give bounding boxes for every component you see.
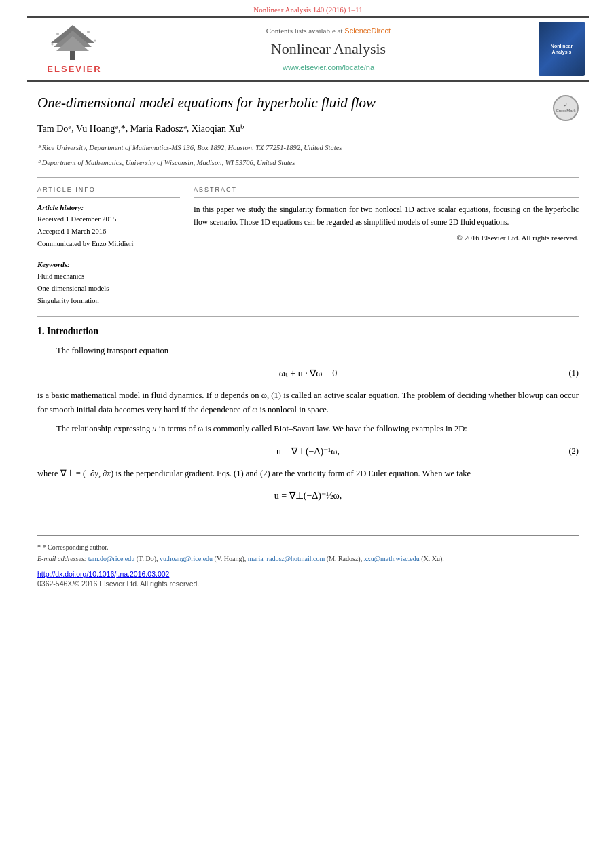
journal-header: ELSEVIER Contents lists available at Sci… (27, 16, 589, 82)
para3-a: The relationship expressing (56, 424, 152, 433)
para4-e: ) is the perpendicular gradient. Eqs. (1… (111, 469, 471, 478)
para3-b: in terms of ω is commonly called Biot–Sa… (157, 424, 467, 433)
doi-link[interactable]: http://dx.doi.org/10.1016/j.na.2016.03.0… (37, 570, 169, 578)
paper-title: One-dimensional model equations for hype… (37, 94, 579, 112)
keywords-divider (37, 253, 180, 253)
keyword-1: Fluid mechanics (37, 270, 180, 283)
cover-title: Nonlinear Analysis (551, 43, 573, 55)
para4-c: , ∂ (98, 469, 107, 478)
para4-a: where ∇⊥ = (−∂ (37, 469, 94, 478)
svg-point-4 (56, 33, 59, 35)
intro-para-1-text: The following transport equation (56, 346, 168, 355)
corresponding-text: * Corresponding author. (43, 543, 109, 551)
affiliation-b: ᵇ Department of Mathematics, University … (37, 158, 579, 169)
journal-center-block: Contents lists available at ScienceDirec… (122, 18, 535, 80)
eq3-content: u = ∇⊥(−Δ)⁻½ω, (274, 490, 342, 501)
svg-point-7 (51, 43, 53, 46)
elsevier-logo-block: ELSEVIER (27, 18, 122, 80)
eq2-number: (2) (568, 446, 579, 457)
email-label: E-mail addresses: (37, 555, 86, 562)
para2-a: is a basic mathematical model in fluid d… (37, 391, 214, 400)
keywords-label: Keywords: (37, 260, 180, 268)
eq2-content: u = ∇⊥(−Δ)⁻¹ω, (276, 446, 340, 457)
intro-para-3: The relationship expressing u in terms o… (37, 422, 579, 436)
email-4[interactable]: xxu@math.wisc.edu (364, 555, 420, 562)
sciencedirect-link[interactable]: ScienceDirect (344, 26, 391, 35)
elsevier-text: ELSEVIER (47, 64, 101, 74)
sciencedirect-line: Contents lists available at ScienceDirec… (266, 26, 391, 35)
communicated-line: Communicated by Enzo Mitidieri (37, 238, 180, 250)
corresponding-author-note: * * Corresponding author. (37, 541, 579, 553)
svg-rect-0 (70, 51, 75, 60)
email-3[interactable]: maria_radosz@hotmail.com (248, 555, 325, 562)
journal-title: Nonlinear Analysis (271, 40, 386, 58)
journal-url: www.elsevier.com/locate/na (283, 63, 374, 71)
star-symbol: * (37, 543, 43, 551)
cover-box: Nonlinear Analysis (539, 22, 585, 76)
journal-reference: Nonlinear Analysis 140 (2016) 1–11 (253, 5, 362, 14)
header-divider (37, 177, 579, 178)
article-info-abstract: ARTICLE INFO Article history: Received 1… (37, 186, 579, 306)
footnotes-block: * * Corresponding author. E-mail address… (0, 541, 616, 565)
keyword-2: One-dimensional models (37, 283, 180, 295)
affiliation-a: ᵃ Rice University, Department of Mathema… (37, 143, 579, 154)
svg-point-6 (94, 40, 96, 42)
contents-text: Contents lists available at (266, 26, 343, 35)
issn-line: 0362-546X/© 2016 Elsevier Ltd. All right… (0, 578, 616, 594)
authors-line: Tam Doᵃ, Vu Hoangᵃ,*, Maria Radoszᵃ, Xia… (37, 122, 579, 137)
main-divider (37, 316, 579, 317)
doi-line: http://dx.doi.org/10.1016/j.na.2016.03.0… (0, 565, 616, 578)
email-2[interactable]: vu.hoang@rice.edu (160, 555, 213, 562)
abstract-label: ABSTRACT (194, 186, 579, 193)
abstract-divider (194, 197, 579, 198)
footer-divider (37, 535, 579, 536)
intro-para-2: is a basic mathematical model in fluid d… (37, 389, 579, 416)
abstract-column: ABSTRACT In this paper we study the sing… (194, 186, 579, 306)
section-1-title: 1. Introduction (37, 326, 579, 337)
received-line: Received 1 December 2015 (37, 213, 180, 226)
intro-para-1: The following transport equation (37, 344, 579, 358)
article-info-divider (37, 197, 180, 198)
keyword-3: Singularity formation (37, 295, 180, 307)
elsevier-tree-svg (44, 24, 105, 61)
elsevier-tree-logo (41, 24, 109, 61)
article-info-column: ARTICLE INFO Article history: Received 1… (37, 186, 180, 306)
paper-content: ✓CrossMark One-dimensional model equatio… (0, 82, 616, 524)
equation-2: u = ∇⊥(−Δ)⁻¹ω, (2) (37, 446, 579, 457)
eq1-number: (1) (568, 368, 579, 378)
intro-para-4: where ∇⊥ = (−∂y, ∂x) is the perpendicula… (37, 467, 579, 481)
abstract-text: In this paper we study the singularity f… (194, 203, 579, 228)
article-info-label: ARTICLE INFO (37, 186, 180, 193)
crossmark-badge: ✓CrossMark (553, 95, 579, 121)
equation-3: u = ∇⊥(−Δ)⁻½ω, (37, 490, 579, 501)
eq1-content: ωₜ + u · ∇ω = 0 (279, 368, 338, 378)
email-1[interactable]: tam.do@rice.edu (88, 555, 135, 562)
accepted-line: Accepted 1 March 2016 (37, 226, 180, 238)
journal-cover-image: Nonlinear Analysis (535, 18, 589, 80)
history-label: Article history: (37, 203, 180, 211)
crossmark-circle: ✓CrossMark (553, 95, 579, 121)
copyright-text: © 2016 Elsevier Ltd. All rights reserved… (194, 234, 579, 242)
equation-1: ωₜ + u · ∇ω = 0 (1) (37, 368, 579, 379)
email-footnote: E-mail addresses: tam.do@rice.edu (T. Do… (37, 553, 579, 565)
authors-text: Tam Doᵃ, Vu Hoangᵃ,*, Maria Radoszᵃ, Xia… (37, 124, 244, 134)
svg-point-5 (87, 31, 90, 33)
journal-reference-bar: Nonlinear Analysis 140 (2016) 1–11 (0, 0, 616, 16)
page: Nonlinear Analysis 140 (2016) 1–11 (0, 0, 616, 841)
